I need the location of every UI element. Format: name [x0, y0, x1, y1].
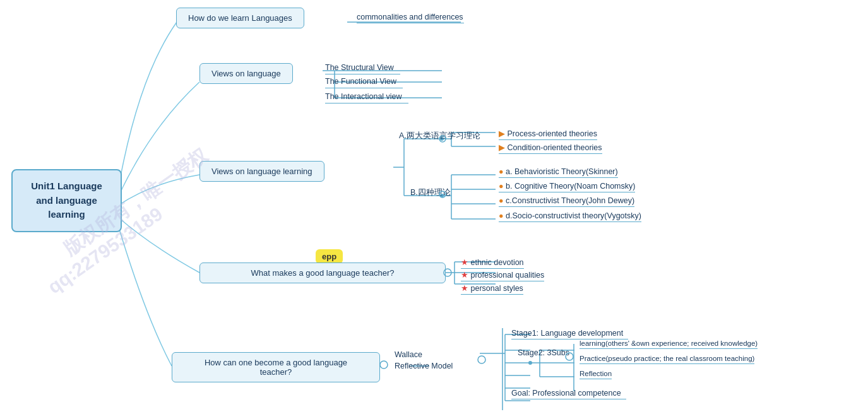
group-b-dot [439, 191, 446, 198]
structural-view-label: The Structural View [325, 63, 400, 74]
how-learn-sub: commonalities and differences [357, 13, 464, 23]
goal-label: Goal: Professional competence [511, 389, 626, 399]
stage2-dot [565, 352, 574, 361]
process-oriented-label: ▶ Process-oriented theories [499, 129, 597, 140]
stage1-label: Stage1: Language development [511, 329, 628, 339]
good-teacher-dot [443, 268, 452, 277]
svg-point-44 [439, 191, 446, 198]
condition-oriented-label: ▶ Condition-oriented theories [499, 143, 602, 154]
behavioristic-label: ● a. Behavioristic Theory(Skinner) [499, 167, 618, 178]
wallace-dot [477, 355, 486, 364]
socio-constructivist-label: ● d.Socio-constructivist theory(Vygotsky… [499, 211, 641, 222]
center-node: Unit1 Language and language learning [11, 169, 122, 232]
personal-styles-label: ★ personal styles [461, 283, 523, 295]
views-language-node: Views on language [199, 63, 293, 84]
epp-bubble: epp [316, 249, 343, 264]
how-learn-label: How do we learn Languages [188, 13, 292, 23]
become-teacher-label: How can one become a good languageteache… [205, 358, 347, 377]
cognitive-label: ● b. Cognitive Theory(Noam Chomsky) [499, 182, 635, 192]
good-teacher-node: What makes a good language teacher? [199, 263, 446, 283]
how-learn-node: How do we learn Languages [176, 8, 304, 28]
stage2-learning-label: learning(others' &own experience; receiv… [580, 339, 758, 349]
stage-connector [502, 328, 504, 410]
svg-point-49 [566, 353, 573, 360]
become-teacher-dot [379, 360, 388, 369]
professional-qualities-label: ★ professional qualities [461, 270, 544, 281]
views-learning-label: Views on language learning [211, 167, 312, 176]
stage2-practice-label: Practice(pseudo practice; the real class… [580, 355, 754, 364]
stage2-sub-connector [573, 344, 575, 391]
ethnic-devotion-label: ★ ethnic devotion [461, 257, 524, 269]
svg-point-45 [444, 269, 451, 276]
become-teacher-node: How can one become a good languageteache… [172, 352, 380, 382]
svg-point-43 [439, 136, 446, 142]
stage2-label: Stage2: 3Subs [518, 348, 569, 357]
wallace-label: Wallace Reflective Model [395, 350, 453, 372]
views-learning-node: Views on language learning [199, 161, 324, 182]
stage2-reflection-label: Reflection [580, 370, 612, 379]
group-a-dot [439, 135, 446, 143]
views-language-label: Views on language [211, 69, 281, 78]
good-teacher-label: What makes a good language teacher? [251, 268, 395, 278]
constructivist-label: ● c.Constructivist Theory(John Dewey) [499, 196, 634, 207]
svg-point-46 [380, 361, 388, 369]
interactional-view-label: The Interactional view [325, 92, 408, 103]
svg-point-47 [478, 356, 485, 363]
functional-view-label: The Functional View [325, 77, 403, 88]
center-label: Unit1 Language and language learning [31, 180, 102, 220]
